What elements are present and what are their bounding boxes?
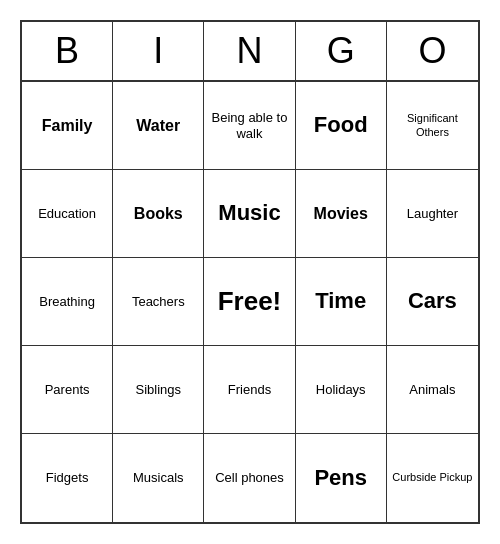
bingo-cell: Music: [204, 170, 295, 258]
cell-text: Musicals: [133, 470, 184, 486]
header-letter: O: [387, 22, 478, 80]
bingo-cell: Movies: [296, 170, 387, 258]
bingo-cell: Significant Others: [387, 82, 478, 170]
cell-text: Being able to walk: [208, 110, 290, 141]
bingo-cell: Education: [22, 170, 113, 258]
header-letter: G: [296, 22, 387, 80]
bingo-cell: Fidgets: [22, 434, 113, 522]
cell-text: Animals: [409, 382, 455, 398]
bingo-cell: Animals: [387, 346, 478, 434]
cell-text: Family: [42, 116, 93, 135]
bingo-cell: Food: [296, 82, 387, 170]
bingo-cell: Family: [22, 82, 113, 170]
bingo-header: BINGO: [22, 22, 478, 82]
bingo-cell: Cell phones: [204, 434, 295, 522]
cell-text: Breathing: [39, 294, 95, 310]
bingo-cell: Holidays: [296, 346, 387, 434]
cell-text: Parents: [45, 382, 90, 398]
header-letter: B: [22, 22, 113, 80]
bingo-cell: Free!: [204, 258, 295, 346]
cell-text: Pens: [314, 465, 367, 491]
bingo-cell: Friends: [204, 346, 295, 434]
bingo-cell: Breathing: [22, 258, 113, 346]
cell-text: Teachers: [132, 294, 185, 310]
header-letter: N: [204, 22, 295, 80]
cell-text: Time: [315, 288, 366, 314]
bingo-cell: Books: [113, 170, 204, 258]
cell-text: Friends: [228, 382, 271, 398]
bingo-cell: Being able to walk: [204, 82, 295, 170]
cell-text: Curbside Pickup: [392, 471, 472, 484]
cell-text: Books: [134, 204, 183, 223]
cell-text: Siblings: [136, 382, 182, 398]
bingo-grid: FamilyWaterBeing able to walkFoodSignifi…: [22, 82, 478, 522]
bingo-cell: Time: [296, 258, 387, 346]
cell-text: Free!: [218, 286, 282, 317]
cell-text: Music: [218, 200, 280, 226]
cell-text: Water: [136, 116, 180, 135]
bingo-cell: Musicals: [113, 434, 204, 522]
cell-text: Cell phones: [215, 470, 284, 486]
bingo-cell: Water: [113, 82, 204, 170]
cell-text: Laughter: [407, 206, 458, 222]
bingo-card: BINGO FamilyWaterBeing able to walkFoodS…: [20, 20, 480, 524]
cell-text: Education: [38, 206, 96, 222]
bingo-cell: Teachers: [113, 258, 204, 346]
cell-text: Significant Others: [391, 112, 474, 138]
bingo-cell: Pens: [296, 434, 387, 522]
cell-text: Holidays: [316, 382, 366, 398]
bingo-cell: Curbside Pickup: [387, 434, 478, 522]
cell-text: Cars: [408, 288, 457, 314]
bingo-cell: Siblings: [113, 346, 204, 434]
bingo-cell: Cars: [387, 258, 478, 346]
header-letter: I: [113, 22, 204, 80]
cell-text: Fidgets: [46, 470, 89, 486]
cell-text: Movies: [314, 204, 368, 223]
cell-text: Food: [314, 112, 368, 138]
bingo-cell: Laughter: [387, 170, 478, 258]
bingo-cell: Parents: [22, 346, 113, 434]
